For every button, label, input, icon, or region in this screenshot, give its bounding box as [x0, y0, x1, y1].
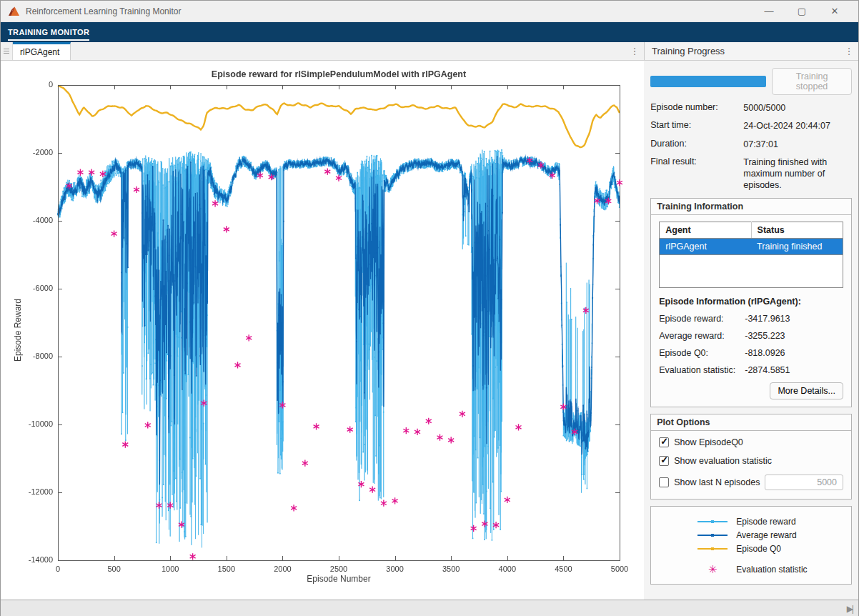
training-progress-bar	[650, 76, 766, 87]
y-axis-label: Episode Reward	[13, 287, 23, 373]
episode-reward-line-swatch	[697, 521, 728, 522]
last-n-episodes-input[interactable]	[765, 475, 843, 490]
tab-row: rlPGAgent ⋮ Training Progress ⋮	[1, 42, 858, 61]
stat-episode-q0: Episode Q0: -818.0926	[659, 348, 843, 358]
field-start-time: Start time: 24-Oct-2024 20:44:07	[650, 120, 852, 131]
chart-title: Episode reward for rlSimplePendulumModel…	[58, 69, 620, 79]
episode-q0-line-swatch	[697, 548, 728, 550]
option-show-episodeq0[interactable]: Show EpisodeQ0	[659, 437, 843, 447]
stat-episode-reward: Episode reward: -3417.9613	[659, 314, 843, 324]
progress-panel-menu-icon[interactable]: ⋮	[840, 46, 858, 56]
legend-evaluation-statistic: ✳ Evaluation statistic	[651, 563, 851, 577]
maximize-button[interactable]: ▢	[785, 1, 818, 21]
x-axis-label: Episode Number	[58, 574, 620, 584]
expand-panel-icon[interactable]: ▶|	[847, 604, 853, 614]
show-evaluation-statistic-checkbox[interactable]	[659, 456, 669, 466]
tab-rlpgagent[interactable]: rlPGAgent	[13, 42, 71, 60]
plot-options-title: Plot Options	[651, 414, 851, 431]
legend-episode-q0: Episode Q0	[651, 542, 851, 556]
more-details-button[interactable]: More Details...	[770, 382, 843, 399]
bottom-collapsed-panel: ▶|	[1, 600, 858, 616]
plot-legend: Episode reward Average reward Episode Q0…	[650, 506, 852, 585]
titlebar: Reinforcement Learning Training Monitor …	[1, 1, 858, 22]
close-button[interactable]: ✕	[818, 1, 851, 21]
legend-average-reward: Average reward	[651, 529, 851, 542]
ribbon-tab-training-monitor[interactable]: TRAINING MONITOR	[8, 28, 89, 41]
average-reward-line-swatch	[697, 535, 728, 536]
option-show-last-n-episodes[interactable]: Show last N episodes	[659, 475, 843, 490]
app-window: Reinforcement Learning Training Monitor …	[0, 0, 859, 616]
show-episodeq0-checkbox[interactable]	[659, 437, 669, 447]
matlab-logo-icon	[8, 6, 20, 17]
agents-table-empty-area	[659, 255, 843, 288]
training-information-title: Training Information	[651, 199, 851, 215]
episode-info-title: Episode Information (rlPGAgent):	[659, 297, 843, 307]
training-information-section: Training Information Agent Status rlPGAg…	[650, 198, 852, 407]
agents-table[interactable]: Agent Status rlPGAgent Training finished	[659, 222, 843, 255]
option-show-evaluation-statistic[interactable]: Show evaluation statistic	[659, 456, 843, 466]
field-episode-number: Episode number: 5000/5000	[650, 102, 852, 114]
show-last-n-episodes-checkbox[interactable]	[659, 477, 669, 487]
stat-average-reward: Average reward: -3255.223	[659, 331, 843, 341]
evaluation-statistic-asterisk-swatch: ✳	[697, 565, 728, 575]
plot-panel-menu-icon[interactable]: ⋮	[625, 42, 644, 60]
ribbon: TRAINING MONITOR	[1, 22, 858, 42]
training-stopped-button[interactable]: Training stopped	[772, 68, 852, 95]
plot-options-section: Plot Options Show EpisodeQ0 Show evaluat…	[650, 414, 852, 500]
stat-evaluation-statistic: Evaluation statistic: -2874.5851	[659, 365, 843, 375]
window-title: Reinforcement Learning Training Monitor	[26, 6, 181, 16]
field-final-result: Final result: Training finished with max…	[650, 157, 852, 192]
training-progress-header: Training Progress	[652, 46, 725, 56]
tab-list-icon[interactable]	[1, 42, 13, 60]
agents-table-header-agent: Agent	[660, 222, 751, 238]
training-plot-canvas[interactable]	[1, 61, 644, 600]
training-progress-panel: Training stopped Episode number: 5000/50…	[644, 61, 858, 600]
legend-episode-reward: Episode reward	[651, 515, 851, 529]
plot-panel: Episode reward for rlSimplePendulumModel…	[1, 61, 644, 600]
agents-table-header-status: Status	[751, 222, 843, 238]
minimize-button[interactable]: —	[753, 1, 785, 21]
field-duration: Duration: 07:37:01	[650, 139, 852, 150]
table-row[interactable]: rlPGAgent Training finished	[660, 238, 843, 254]
